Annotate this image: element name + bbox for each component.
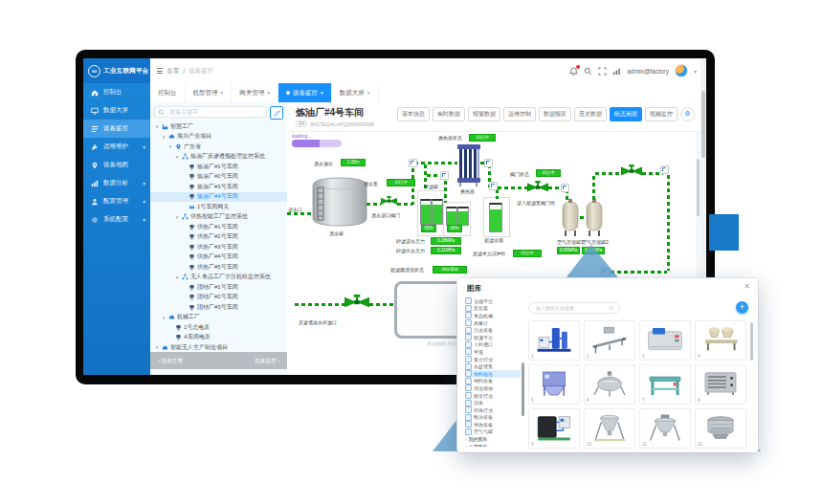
tree-edit-button[interactable] <box>270 106 283 120</box>
action-button-视频监控[interactable]: 视频监控 <box>645 107 678 121</box>
inlet-valve[interactable] <box>381 195 397 207</box>
tree-node-供热厂#4号车间[interactable]: 供热厂#4号车间 <box>150 252 287 263</box>
username[interactable]: admin@factory <box>627 68 669 75</box>
gallery-search-input[interactable] <box>534 304 606 312</box>
gallery-category-风量计[interactable]: 风量计 <box>465 319 521 327</box>
gallery-library-大屏图库[interactable]: ›大屏图库 <box>465 443 521 447</box>
tree-node-A车间电表[interactable]: A车间电表 <box>150 333 287 343</box>
heat-exchanger[interactable] <box>455 142 482 187</box>
sidebar-item-配置管理[interactable]: 配置管理▾ <box>83 192 150 210</box>
gallery-category-入料通口[interactable]: 入料通口 <box>465 341 521 349</box>
action-button-历史数据[interactable]: 历史数据 <box>574 107 607 121</box>
gallery-category-scrollbar[interactable] <box>522 362 524 416</box>
tree-node-团结厂#1号车间[interactable]: 团结厂#1号车间 <box>150 282 287 293</box>
close-icon[interactable]: ✕ <box>744 282 750 291</box>
action-button-基本信息[interactable]: 基本信息 <box>397 107 430 121</box>
tree-node-供热厂#5号车间[interactable]: 供热厂#5号车间 <box>150 262 287 273</box>
gallery-search-box[interactable] <box>528 302 620 314</box>
action-button-数据报表[interactable]: 数据报表 <box>539 107 571 121</box>
tree-expander-icon[interactable]: ▾ <box>161 134 167 140</box>
tree-node-无人食品工厂空压机组监控系统[interactable]: ▾无人食品工厂空压机组监控系统 <box>150 273 287 283</box>
batch-monitor-button[interactable]: 批量监控› <box>255 358 279 364</box>
sidebar-item-系统配置[interactable]: 系统配置▾ <box>83 210 150 229</box>
tree-node-海兴产业项目[interactable]: ▾海兴产业项目 <box>150 132 287 142</box>
gallery-category-污水设备[interactable]: 污水设备 <box>465 326 521 334</box>
tree-node-炼油厂#2号车间[interactable]: 炼油厂#2号车间 <box>150 172 287 183</box>
signal-icon[interactable] <box>612 67 621 76</box>
sidebar-item-控制台[interactable]: 控制台 <box>83 83 150 101</box>
tree-node-供热厂#2号车间[interactable]: 供热厂#2号车间 <box>150 232 287 243</box>
collapse-menu-icon[interactable]: ☰ <box>156 67 163 76</box>
action-button-运维控制[interactable]: 运维控制 <box>503 107 536 121</box>
gallery-item-12[interactable]: 12 <box>695 408 746 449</box>
tree-expander-icon[interactable]: ▾ <box>174 274 180 280</box>
air-tank-2[interactable] <box>585 199 604 237</box>
gallery-category-饲料输送[interactable]: 饲料输送 <box>465 370 521 378</box>
gallery-item-7[interactable]: 7 <box>639 364 691 405</box>
tree-node-1号车间网关[interactable]: 1号车间网关 <box>150 202 287 212</box>
gallery-item-10[interactable]: 10 <box>584 408 635 449</box>
air-outlet-valve[interactable] <box>621 164 642 177</box>
gallery-category-仓储平台[interactable]: 仓储平台 <box>465 297 521 305</box>
tree-node-供热厂#1号车间[interactable]: 供热厂#1号车间 <box>150 222 287 232</box>
tree-expander-icon[interactable]: ▾ <box>154 344 160 350</box>
tab-控制台[interactable]: 控制台 <box>150 83 186 102</box>
tree-expander-icon[interactable]: ▾ <box>154 123 160 129</box>
gallery-grid-scrollbar[interactable] <box>750 322 753 361</box>
gallery-item-2[interactable]: 2 <box>584 320 635 361</box>
gallery-category-制冷设备[interactable]: 制冷设备 <box>465 414 521 422</box>
gallery-category-供热设备[interactable]: 供热设备 <box>465 421 521 428</box>
gallery-category-仪表[interactable]: 仪表 <box>465 399 521 406</box>
gallery-item-8[interactable]: 8 <box>695 364 746 405</box>
tree-node-智能无人生产制造项目[interactable]: ▾智能无人生产制造项目 <box>150 342 287 350</box>
tree-search-input[interactable] <box>167 108 263 116</box>
action-button-报警数据[interactable]: 报警数据 <box>468 107 500 121</box>
tree-node-炼油厂#1号车间[interactable]: 炼油厂#1号车间 <box>150 162 287 172</box>
breadcrumb-home[interactable]: 首页 <box>167 67 179 76</box>
gallery-add-button[interactable]: + <box>736 301 748 314</box>
tree-node-团结厂#2号车间[interactable]: 团结厂#2号车间 <box>150 293 287 303</box>
sidebar-item-数据大屏[interactable]: 数据大屏 <box>83 101 150 120</box>
tree-node-炼油厂#3号车间[interactable]: 炼油厂#3号车间 <box>150 182 287 192</box>
gallery-item-11[interactable]: 11 <box>639 408 691 449</box>
tab-数据大屏[interactable]: 数据大屏▾ <box>332 83 379 102</box>
tree-search-box[interactable] <box>154 106 267 118</box>
gallery-item-4[interactable]: 4 <box>695 320 746 361</box>
gallery-library-我的图库[interactable]: ›我的图库 <box>465 435 521 443</box>
bell-icon[interactable] <box>569 67 578 76</box>
gallery-category-反应釜[interactable]: 反应釜 <box>465 305 521 313</box>
tree-expander-icon[interactable]: ▾ <box>174 214 180 220</box>
gallery-item-6[interactable]: 6 <box>584 364 635 405</box>
gallery-category-集尘行业[interactable]: 集尘行业 <box>465 356 521 363</box>
gallery-category-空气气罐[interactable]: 空气气罐 <box>465 428 521 436</box>
gallery-item-9[interactable]: 9 <box>528 408 580 449</box>
drain-valve[interactable] <box>344 295 369 309</box>
tree-expander-icon[interactable]: ▾ <box>161 315 167 320</box>
tree-node-机械工厂[interactable]: ▾机械工厂 <box>150 313 287 323</box>
sidebar-item-设备监控[interactable]: 设备监控 <box>83 120 150 138</box>
gallery-category-食品机械[interactable]: 食品机械 <box>465 312 521 319</box>
tree-node-1号总电表[interactable]: 1号总电表 <box>150 322 287 333</box>
gallery-category-喷漆平台[interactable]: 喷漆平台 <box>465 334 521 341</box>
tree-expander-icon[interactable]: ▾ <box>167 143 173 149</box>
gallery-item-3[interactable]: 3 <box>639 320 691 361</box>
raw-water-tank[interactable] <box>311 174 368 230</box>
tree-node-广东省[interactable]: ▾广东省 <box>150 142 287 152</box>
gallery-category-传送模块[interactable]: 传送模块 <box>465 384 521 392</box>
action-button-组态画面[interactable]: 组态画面 <box>610 107 642 121</box>
tab-机型管理[interactable]: 机型管理▾ <box>186 83 233 102</box>
user-menu-caret-icon[interactable]: ▾ <box>694 68 697 75</box>
avatar[interactable] <box>675 64 688 77</box>
gallery-category-水处理泵[interactable]: 水处理泵 <box>465 362 521 370</box>
gallery-item-5[interactable]: 5 <box>528 364 580 405</box>
fullscreen-icon[interactable] <box>598 67 607 76</box>
tab-设备监控[interactable]: 设备监控▾ <box>278 83 332 102</box>
action-button-实时数据[interactable]: 实时数据 <box>433 107 465 121</box>
gallery-category-饲料设备[interactable]: 饲料设备 <box>465 378 521 385</box>
tree-node-炼油厂反渗透预处理监控系统[interactable]: ▾炼油厂反渗透预处理监控系统 <box>150 152 287 163</box>
air-tank-1[interactable] <box>561 199 580 237</box>
gallery-category-医学行业[interactable]: 医学行业 <box>465 392 521 400</box>
gallery-category-环保行业[interactable]: 环保行业 <box>465 406 521 414</box>
tree-node-智慧工厂[interactable]: ▾智慧工厂 <box>150 121 287 132</box>
gear-icon[interactable]: ⚙ <box>680 107 695 121</box>
